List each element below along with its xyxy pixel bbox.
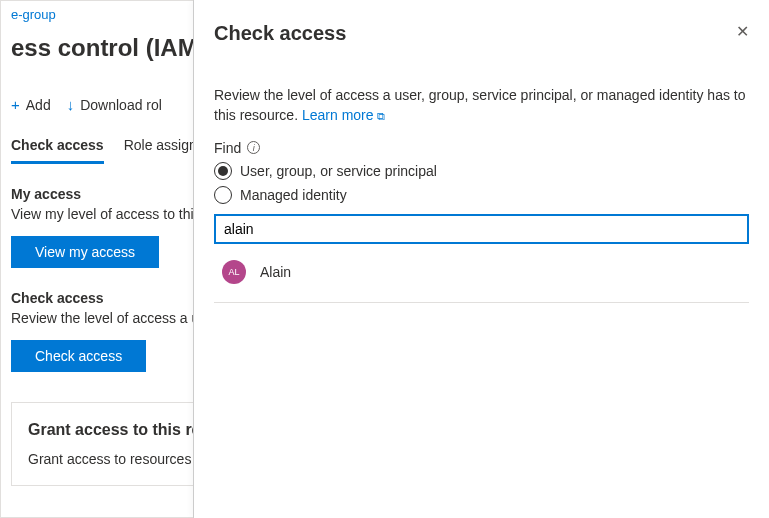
- panel-title: Check access: [214, 22, 346, 45]
- find-text: Find: [214, 140, 241, 156]
- radio-managed-identity[interactable]: Managed identity: [214, 186, 749, 204]
- radio-managed-label: Managed identity: [240, 187, 347, 203]
- info-icon[interactable]: i: [247, 141, 260, 154]
- check-access-panel: Check access ✕ Review the level of acces…: [193, 0, 769, 518]
- view-my-access-button[interactable]: View my access: [11, 236, 159, 268]
- divider: [214, 302, 749, 303]
- search-result-item[interactable]: AL Alain: [214, 258, 749, 286]
- tab-role-assign[interactable]: Role assign: [124, 137, 197, 164]
- download-label: Download rol: [80, 97, 162, 113]
- add-button[interactable]: + Add: [11, 96, 51, 113]
- radio-icon-checked: [214, 162, 232, 180]
- download-button[interactable]: ↓ Download rol: [67, 96, 162, 113]
- add-label: Add: [26, 97, 51, 113]
- avatar: AL: [222, 260, 246, 284]
- plus-icon: +: [11, 96, 20, 113]
- check-access-button[interactable]: Check access: [11, 340, 146, 372]
- learn-more-text: Learn more: [302, 107, 374, 123]
- radio-icon-unchecked: [214, 186, 232, 204]
- radio-user-group[interactable]: User, group, or service principal: [214, 162, 749, 180]
- learn-more-link[interactable]: Learn more ⧉: [302, 107, 385, 123]
- find-label: Find i: [214, 140, 749, 156]
- tab-check-access[interactable]: Check access: [11, 137, 104, 164]
- radio-user-label: User, group, or service principal: [240, 163, 437, 179]
- download-icon: ↓: [67, 96, 75, 113]
- panel-desc-text: Review the level of access a user, group…: [214, 87, 746, 123]
- breadcrumb-link[interactable]: e-group: [11, 1, 56, 22]
- search-input[interactable]: [214, 214, 749, 244]
- result-name: Alain: [260, 264, 291, 280]
- external-link-icon: ⧉: [377, 110, 385, 122]
- close-icon[interactable]: ✕: [736, 22, 749, 41]
- panel-description: Review the level of access a user, group…: [214, 85, 749, 126]
